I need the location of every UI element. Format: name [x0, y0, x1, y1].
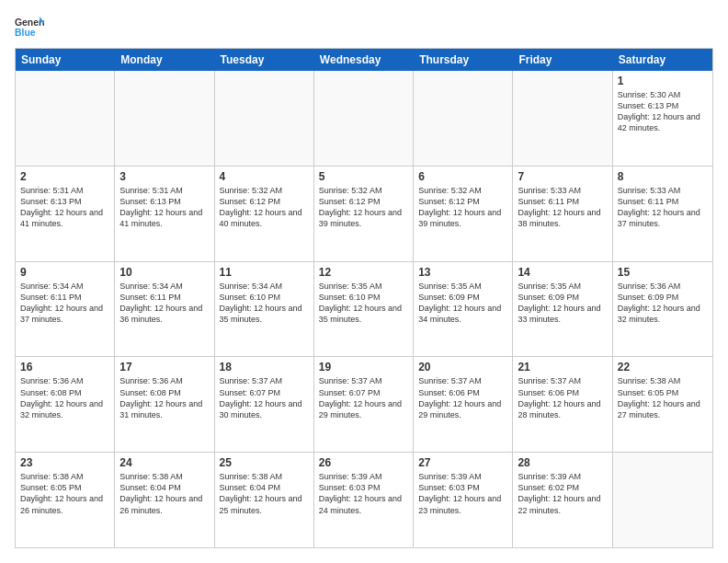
day-number: 21: [518, 361, 607, 373]
calendar-cell: 23Sunrise: 5:38 AM Sunset: 6:05 PM Dayli…: [16, 453, 115, 547]
day-number: 20: [418, 361, 507, 373]
day-number: 14: [518, 266, 607, 279]
day-info: Sunrise: 5:32 AM Sunset: 6:12 PM Dayligh…: [319, 185, 408, 230]
day-number: 12: [319, 266, 408, 279]
calendar-cell: [414, 71, 513, 166]
day-number: 11: [220, 266, 309, 279]
header-day-thursday: Thursday: [414, 49, 513, 71]
header-day-wednesday: Wednesday: [314, 49, 414, 71]
day-info: Sunrise: 5:36 AM Sunset: 6:08 PM Dayligh…: [20, 375, 109, 420]
calendar-cell: 11Sunrise: 5:34 AM Sunset: 6:10 PM Dayli…: [215, 262, 314, 357]
calendar-cell: [314, 71, 414, 166]
day-info: Sunrise: 5:35 AM Sunset: 6:09 PM Dayligh…: [518, 281, 607, 326]
calendar-cell: [613, 453, 712, 547]
calendar-header: SundayMondayTuesdayWednesdayThursdayFrid…: [16, 49, 712, 71]
day-info: Sunrise: 5:31 AM Sunset: 6:13 PM Dayligh…: [20, 185, 109, 230]
header-day-saturday: Saturday: [613, 49, 712, 71]
day-info: Sunrise: 5:32 AM Sunset: 6:12 PM Dayligh…: [418, 185, 507, 230]
calendar-cell: [115, 71, 214, 166]
calendar-cell: 27Sunrise: 5:39 AM Sunset: 6:03 PM Dayli…: [414, 453, 513, 547]
calendar-cell: 25Sunrise: 5:38 AM Sunset: 6:04 PM Dayli…: [215, 453, 314, 547]
day-number: 4: [220, 170, 309, 183]
day-info: Sunrise: 5:37 AM Sunset: 6:07 PM Dayligh…: [319, 375, 408, 420]
day-info: Sunrise: 5:39 AM Sunset: 6:03 PM Dayligh…: [418, 471, 507, 516]
calendar-cell: 20Sunrise: 5:37 AM Sunset: 6:06 PM Dayli…: [414, 357, 513, 452]
day-info: Sunrise: 5:38 AM Sunset: 6:04 PM Dayligh…: [220, 471, 309, 516]
calendar-cell: 1Sunrise: 5:30 AM Sunset: 6:13 PM Daylig…: [613, 71, 712, 166]
calendar-cell: 19Sunrise: 5:37 AM Sunset: 6:07 PM Dayli…: [314, 357, 414, 452]
day-info: Sunrise: 5:38 AM Sunset: 6:04 PM Dayligh…: [119, 471, 209, 516]
calendar-cell: 10Sunrise: 5:34 AM Sunset: 6:11 PM Dayli…: [115, 262, 214, 357]
day-number: 5: [319, 170, 408, 183]
day-info: Sunrise: 5:37 AM Sunset: 6:06 PM Dayligh…: [518, 375, 607, 420]
calendar-cell: 3Sunrise: 5:31 AM Sunset: 6:13 PM Daylig…: [115, 167, 214, 261]
day-info: Sunrise: 5:32 AM Sunset: 6:12 PM Dayligh…: [220, 185, 309, 230]
calendar-row-2: 9Sunrise: 5:34 AM Sunset: 6:11 PM Daylig…: [16, 262, 712, 358]
day-number: 26: [319, 456, 408, 469]
calendar-row-0: 1Sunrise: 5:30 AM Sunset: 6:13 PM Daylig…: [16, 71, 712, 167]
calendar-cell: [513, 71, 612, 166]
day-number: 9: [20, 266, 109, 279]
day-info: Sunrise: 5:30 AM Sunset: 6:13 PM Dayligh…: [618, 89, 708, 134]
calendar: SundayMondayTuesdayWednesdayThursdayFrid…: [15, 48, 713, 548]
day-info: Sunrise: 5:31 AM Sunset: 6:13 PM Dayligh…: [119, 185, 209, 230]
calendar-cell: [215, 71, 314, 166]
day-info: Sunrise: 5:39 AM Sunset: 6:02 PM Dayligh…: [518, 471, 607, 516]
day-number: 24: [119, 456, 209, 469]
calendar-cell: 16Sunrise: 5:36 AM Sunset: 6:08 PM Dayli…: [16, 357, 115, 452]
calendar-cell: 12Sunrise: 5:35 AM Sunset: 6:10 PM Dayli…: [314, 262, 414, 357]
calendar-body: 1Sunrise: 5:30 AM Sunset: 6:13 PM Daylig…: [16, 71, 712, 547]
calendar-cell: 5Sunrise: 5:32 AM Sunset: 6:12 PM Daylig…: [314, 167, 414, 261]
day-info: Sunrise: 5:37 AM Sunset: 6:07 PM Dayligh…: [220, 375, 309, 420]
day-info: Sunrise: 5:34 AM Sunset: 6:11 PM Dayligh…: [119, 281, 209, 326]
day-number: 1: [618, 75, 708, 87]
page-header: General Blue: [15, 15, 713, 40]
day-info: Sunrise: 5:33 AM Sunset: 6:11 PM Dayligh…: [518, 185, 607, 230]
calendar-cell: 14Sunrise: 5:35 AM Sunset: 6:09 PM Dayli…: [513, 262, 612, 357]
calendar-cell: 13Sunrise: 5:35 AM Sunset: 6:09 PM Dayli…: [414, 262, 513, 357]
header-day-monday: Monday: [115, 49, 214, 71]
calendar-cell: 7Sunrise: 5:33 AM Sunset: 6:11 PM Daylig…: [513, 167, 612, 261]
logo: General Blue: [15, 15, 44, 40]
day-info: Sunrise: 5:35 AM Sunset: 6:09 PM Dayligh…: [418, 281, 507, 326]
day-number: 19: [319, 361, 408, 373]
day-number: 13: [418, 266, 507, 279]
day-number: 17: [119, 361, 209, 373]
day-number: 2: [20, 170, 109, 183]
day-info: Sunrise: 5:39 AM Sunset: 6:03 PM Dayligh…: [319, 471, 408, 516]
calendar-cell: 15Sunrise: 5:36 AM Sunset: 6:09 PM Dayli…: [613, 262, 712, 357]
calendar-page: General Blue SundayMondayTuesdayWednesda…: [0, 0, 728, 563]
calendar-cell: 24Sunrise: 5:38 AM Sunset: 6:04 PM Dayli…: [115, 453, 214, 547]
header-day-tuesday: Tuesday: [215, 49, 314, 71]
calendar-cell: [16, 71, 115, 166]
logo-icon: General Blue: [15, 15, 44, 40]
calendar-row-1: 2Sunrise: 5:31 AM Sunset: 6:13 PM Daylig…: [16, 167, 712, 262]
day-number: 25: [220, 456, 309, 469]
day-number: 10: [119, 266, 209, 279]
calendar-cell: 28Sunrise: 5:39 AM Sunset: 6:02 PM Dayli…: [513, 453, 612, 547]
calendar-cell: 18Sunrise: 5:37 AM Sunset: 6:07 PM Dayli…: [215, 357, 314, 452]
day-info: Sunrise: 5:38 AM Sunset: 6:05 PM Dayligh…: [618, 375, 708, 420]
calendar-cell: 4Sunrise: 5:32 AM Sunset: 6:12 PM Daylig…: [215, 167, 314, 261]
day-number: 16: [20, 361, 109, 373]
calendar-cell: 2Sunrise: 5:31 AM Sunset: 6:13 PM Daylig…: [16, 167, 115, 261]
day-number: 6: [418, 170, 507, 183]
calendar-cell: 6Sunrise: 5:32 AM Sunset: 6:12 PM Daylig…: [414, 167, 513, 261]
day-number: 28: [518, 456, 607, 469]
header-day-friday: Friday: [513, 49, 612, 71]
day-info: Sunrise: 5:34 AM Sunset: 6:10 PM Dayligh…: [220, 281, 309, 326]
day-number: 8: [618, 170, 708, 183]
calendar-cell: 8Sunrise: 5:33 AM Sunset: 6:11 PM Daylig…: [613, 167, 712, 261]
day-info: Sunrise: 5:38 AM Sunset: 6:05 PM Dayligh…: [20, 471, 109, 516]
svg-text:Blue: Blue: [15, 28, 36, 38]
day-number: 23: [20, 456, 109, 469]
calendar-row-4: 23Sunrise: 5:38 AM Sunset: 6:05 PM Dayli…: [16, 453, 712, 547]
day-info: Sunrise: 5:33 AM Sunset: 6:11 PM Dayligh…: [618, 185, 708, 230]
day-info: Sunrise: 5:37 AM Sunset: 6:06 PM Dayligh…: [418, 375, 507, 420]
day-number: 15: [618, 266, 708, 279]
day-number: 27: [418, 456, 507, 469]
calendar-row-3: 16Sunrise: 5:36 AM Sunset: 6:08 PM Dayli…: [16, 357, 712, 453]
calendar-cell: 22Sunrise: 5:38 AM Sunset: 6:05 PM Dayli…: [613, 357, 712, 452]
day-info: Sunrise: 5:35 AM Sunset: 6:10 PM Dayligh…: [319, 281, 408, 326]
calendar-cell: 9Sunrise: 5:34 AM Sunset: 6:11 PM Daylig…: [16, 262, 115, 357]
